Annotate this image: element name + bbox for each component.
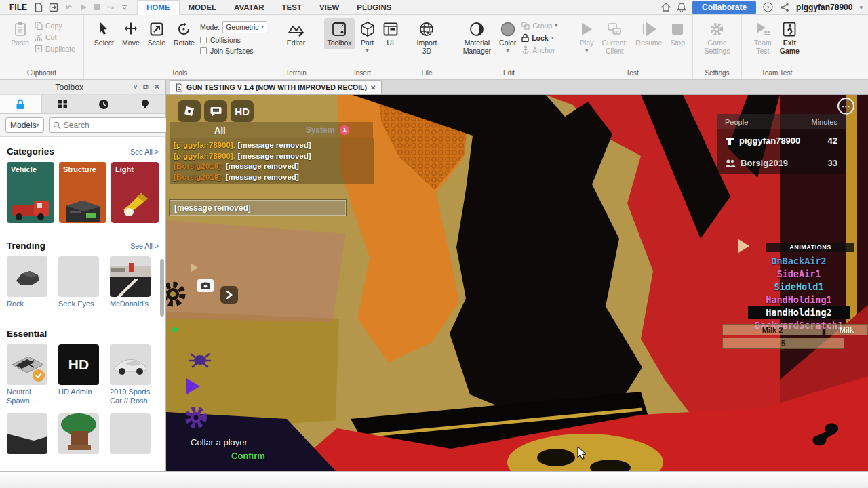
mode-dropdown[interactable]: Geometric▾ [222,21,267,33]
collar-player-label[interactable]: Collar a player [191,437,248,447]
animation-item[interactable]: SideHold1 [748,281,850,293]
play-button[interactable]: Play ▾ [577,18,596,55]
toolbox-item-sports-car[interactable]: 2019 Sports Car // Rosh [110,344,151,405]
categories-see-all[interactable]: See All > [130,148,159,156]
paste-button[interactable]: Paste [8,18,32,49]
chat-tab-all[interactable]: All [214,125,226,136]
select-tool-button[interactable]: Select [92,18,117,49]
copy-button[interactable]: Copy [35,22,75,30]
milk2-button[interactable]: Milk 2 [722,324,823,336]
notifications-bell-icon[interactable] [677,3,686,12]
animation-item-selected[interactable]: HandHolding2 [748,306,850,319]
color-dropdown-caret-icon[interactable]: ▾ [507,49,509,53]
resume-button[interactable]: Resume [633,18,665,49]
game-settings-button[interactable]: Game Settings [702,18,733,57]
import-3d-button[interactable]: Import 3D [414,18,440,57]
join-surfaces-checkbox[interactable]: Join Surfaces [200,47,267,55]
toolbox-tab-marketplace[interactable] [0,95,42,113]
file-menu[interactable]: FILE [9,3,27,12]
hd-admin-button[interactable]: HD [231,100,254,122]
stop-button[interactable]: Stop [667,18,688,49]
chat-tab-system[interactable]: System [306,125,335,135]
animation-item[interactable]: OnBackAir2 [748,255,850,268]
chat-toggle-button[interactable] [204,100,227,122]
toolbox-item-seek-eyes[interactable]: Seek Eyes [58,256,99,308]
trending-see-all[interactable]: See All > [130,242,159,250]
home-cloud-icon[interactable] [661,3,671,12]
toolbox-button[interactable]: Toolbox [324,18,354,49]
scale-tool-button[interactable]: Scale [145,18,168,49]
toolbox-item-rock[interactable]: Rock [7,256,47,308]
toolbox-icon [332,20,347,38]
user-menu-caret-icon[interactable]: ▾ [859,4,863,11]
toolbox-item-hd-admin[interactable]: HD HD Admin [58,344,99,405]
rotate-tool-button[interactable]: Rotate [171,18,197,49]
category-card-vehicle[interactable]: Vehicle [7,162,54,223]
tab-plugins[interactable]: PLUGINS [348,0,400,15]
tab-test[interactable]: TEST [273,0,311,15]
group-button[interactable]: Group▾ [521,22,557,30]
customize-toolbar-icon[interactable] [121,4,127,10]
animation-item[interactable]: HandHolding1 [748,293,850,306]
collaborate-button[interactable]: Collaborate [692,1,756,14]
tab-model[interactable]: MODEL [180,0,226,15]
toolbox-scrollbar[interactable] [160,259,164,317]
part-dropdown-caret-icon[interactable]: ▾ [366,49,369,53]
tab-home[interactable]: HOME [137,0,180,15]
expand-chevron-button[interactable] [220,286,238,304]
toolbox-tab-inventory[interactable] [42,95,83,113]
game-document-tab[interactable]: GUN TESTING V 1.4 (NOW WITH IMPROVED REC… [170,80,382,94]
tab-close-icon[interactable]: ✕ [370,84,376,92]
current-client-button[interactable]: Current: Client [599,18,630,57]
roblox-menu-button[interactable] [178,100,201,122]
friends-icon [725,159,736,167]
collisions-checkbox[interactable]: Collisions [200,36,267,44]
help-icon[interactable]: ? [763,2,773,12]
leaderboard-menu-button[interactable]: ⋯ [837,98,854,115]
panel-close-icon[interactable]: ✕ [154,83,160,92]
exit-game-button[interactable]: Exit Game [777,18,802,57]
category-card-structure[interactable]: Structure [59,162,106,223]
part-button[interactable]: Part ▾ [357,18,378,55]
tab-avatar[interactable]: AVATAR [225,0,273,15]
leaderboard-row[interactable]: Borsig2019 33 [717,152,846,174]
cut-button[interactable]: Cut [35,33,75,41]
new-file-icon[interactable] [34,3,43,12]
panel-collapse-icon[interactable]: ˅ [133,83,137,92]
toolbox-item-neutral-spawn[interactable]: Neutral Spawn··· [7,344,47,405]
ui-button[interactable]: UI [380,18,401,49]
toolbox-tab-recent[interactable] [83,95,125,113]
color-button[interactable]: Color ▾ [496,18,519,55]
lock-button[interactable]: Lock▾ [521,33,557,42]
duplicate-button[interactable]: Duplicate [35,45,75,53]
milk-button[interactable]: Milk [825,324,868,336]
partial-thumb-3[interactable] [110,413,151,454]
toolbox-tab-creations[interactable] [124,95,165,113]
category-card-light[interactable]: Light [111,162,159,223]
game-scene[interactable]: HD All System 1 [piggyfan78900]: [messag… [166,95,868,471]
team-test-button[interactable]: Team Test [751,18,774,57]
chat-input[interactable] [170,200,346,216]
leaderboard-row[interactable]: piggyfan78900 42 [717,129,846,152]
username-menu[interactable]: piggyfan78900 [796,3,852,12]
search-input[interactable] [64,121,169,130]
toolbox-item-mcdonalds[interactable]: McDonald's [110,256,151,308]
terrain-editor-button[interactable]: Editor [284,18,308,49]
camera-button[interactable] [197,279,214,292]
open-file-icon[interactable] [49,3,58,12]
share-icon[interactable] [780,3,789,12]
anchor-button[interactable]: Anchor [521,45,557,54]
partial-thumb-1[interactable] [7,413,47,454]
roblox-studio-window: FILE HOME MODEL AVATAR TEST VIEW PLUGINS… [0,0,868,488]
animations-play-icon[interactable] [737,239,751,256]
material-manager-button[interactable]: Material Manager [460,18,494,57]
partial-thumb-2[interactable] [58,413,99,454]
confirm-button[interactable]: Confirm [231,451,265,461]
panel-float-icon[interactable]: ⧉ [143,83,149,92]
animation-item[interactable]: SideAir1 [748,268,850,281]
neutral-spawn-image [7,344,47,385]
category-dropdown[interactable]: Models ▾ [5,117,44,133]
system-unread-badge: 1 [340,125,349,135]
move-tool-button[interactable]: Move [119,18,142,49]
tab-view[interactable]: VIEW [311,0,348,15]
